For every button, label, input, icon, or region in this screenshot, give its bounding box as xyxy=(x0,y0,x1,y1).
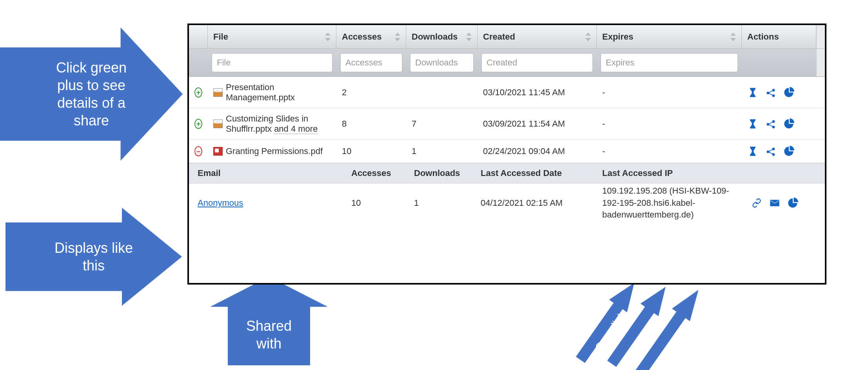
copy-link-icon[interactable] xyxy=(751,198,762,209)
detail-header-last-accessed-date: Last Accessed Date xyxy=(475,168,597,178)
collapse-row-button[interactable]: – xyxy=(194,146,202,156)
expand-row-button[interactable]: + xyxy=(194,87,202,98)
sort-icon xyxy=(466,33,472,41)
shares-panel: File Accesses Downloads Created Expires … xyxy=(187,24,826,285)
filter-accesses-input[interactable] xyxy=(340,53,402,72)
pptx-icon xyxy=(213,120,223,128)
email-link-icon[interactable] xyxy=(769,198,780,209)
table-body: + Presentation Management.pptx 2 03/10/2… xyxy=(189,77,825,223)
table-row: + Presentation Management.pptx 2 03/10/2… xyxy=(189,77,825,108)
pdf-icon xyxy=(213,147,223,156)
pptx-icon xyxy=(213,88,223,97)
filter-expires-input[interactable] xyxy=(601,53,738,72)
header-accesses-label: Accesses xyxy=(342,32,382,42)
detail-email-link[interactable]: Anonymous xyxy=(198,198,243,208)
cell-accesses: 10 xyxy=(336,142,406,160)
report-icon[interactable] xyxy=(783,87,794,98)
annotation-shared-with: Shared with xyxy=(210,277,328,365)
cell-created: 02/24/2021 09:04 AM xyxy=(478,142,597,160)
annotation-displays-like: Displays like this xyxy=(5,208,182,306)
file-more-link[interactable]: and 4 more xyxy=(274,124,318,134)
expire-icon[interactable] xyxy=(747,118,758,129)
table-filter-row xyxy=(189,49,825,77)
cell-created: 03/09/2021 11:54 AM xyxy=(478,115,597,133)
cell-downloads: 7 xyxy=(406,115,478,133)
cell-file: Customizing Slides in Shufflrr.pptx and … xyxy=(208,110,336,138)
cell-accesses: 2 xyxy=(336,83,406,102)
share-icon[interactable] xyxy=(765,146,776,157)
scrollbar-gutter xyxy=(816,49,825,76)
share-icon[interactable] xyxy=(765,87,776,98)
scrollbar-gutter xyxy=(816,25,825,48)
detail-actions xyxy=(746,198,816,209)
annotation-text: Click green plus to see details of a sha… xyxy=(36,59,146,129)
expire-icon[interactable] xyxy=(747,87,758,98)
filter-actions-spacer xyxy=(742,49,816,76)
header-actions-label: Actions xyxy=(747,32,779,42)
cell-actions xyxy=(742,83,816,102)
annotation-text: Displays like this xyxy=(41,239,147,274)
header-created[interactable]: Created xyxy=(478,25,597,48)
detail-header-last-accessed-ip: Last Accessed IP xyxy=(597,167,746,180)
header-created-label: Created xyxy=(483,32,515,42)
cell-actions xyxy=(742,142,816,161)
cell-downloads: 1 xyxy=(406,142,478,160)
cell-accesses: 8 xyxy=(336,115,406,133)
table-row: – Granting Permissions.pdf 10 1 02/24/20… xyxy=(189,140,825,163)
filter-file-input[interactable] xyxy=(212,53,332,72)
header-file[interactable]: File xyxy=(208,25,336,48)
sort-icon xyxy=(730,33,736,41)
cell-actions xyxy=(742,114,816,133)
cell-file: Presentation Management.pptx xyxy=(208,78,336,107)
sort-icon xyxy=(325,33,330,41)
detail-accesses: 10 xyxy=(346,198,409,208)
header-file-label: File xyxy=(213,32,228,42)
sort-icon xyxy=(585,33,591,41)
file-name: Granting Permissions.pdf xyxy=(226,146,323,156)
detail-header-email: Email xyxy=(189,168,346,178)
detail-header-accesses: Accesses xyxy=(346,168,409,178)
cell-created: 03/10/2021 11:45 AM xyxy=(478,83,597,102)
share-icon[interactable] xyxy=(765,118,776,129)
report-icon[interactable] xyxy=(783,118,794,129)
detail-header-row: Email Accesses Downloads Last Accessed D… xyxy=(189,163,825,183)
annotation-text: Shared with xyxy=(228,317,310,352)
file-name: Customizing Slides in Shufflrr.pptx and … xyxy=(226,114,331,134)
detail-last-accessed-date: 04/12/2021 02:15 AM xyxy=(475,198,597,208)
header-downloads[interactable]: Downloads xyxy=(406,25,478,48)
detail-row: Anonymous 10 1 04/12/2021 02:15 AM 109.1… xyxy=(189,183,825,223)
sort-icon xyxy=(395,33,400,41)
detail-downloads: 1 xyxy=(409,198,475,208)
detail-last-accessed-ip: 109.192.195.208 (HSI-KBW-109-192-195-208… xyxy=(597,185,746,221)
header-toggle-spacer xyxy=(189,25,208,48)
filter-created-input[interactable] xyxy=(481,53,593,72)
header-actions: Actions xyxy=(742,25,816,48)
cell-expires: - xyxy=(597,83,742,102)
header-expires[interactable]: Expires xyxy=(597,25,742,48)
cell-expires: - xyxy=(597,142,742,160)
table-row: + Customizing Slides in Shufflrr.pptx an… xyxy=(189,108,825,140)
cell-file: Granting Permissions.pdf xyxy=(208,142,336,160)
cell-expires: - xyxy=(597,115,742,133)
detail-header-downloads: Downloads xyxy=(409,168,475,178)
expire-icon[interactable] xyxy=(747,146,758,157)
header-accesses[interactable]: Accesses xyxy=(336,25,406,48)
file-name: Presentation Management.pptx xyxy=(226,82,331,103)
expand-row-button[interactable]: + xyxy=(194,119,202,129)
share-report-icon[interactable] xyxy=(787,198,798,209)
header-expires-label: Expires xyxy=(602,32,634,42)
header-downloads-label: Downloads xyxy=(412,32,458,42)
annotation-click-plus: Click green plus to see details of a sha… xyxy=(0,27,183,161)
table-header-row: File Accesses Downloads Created Expires … xyxy=(189,25,825,49)
filter-downloads-input[interactable] xyxy=(410,53,474,72)
filter-toggle-spacer xyxy=(189,49,208,76)
cell-downloads xyxy=(406,89,478,96)
report-icon[interactable] xyxy=(783,146,794,157)
